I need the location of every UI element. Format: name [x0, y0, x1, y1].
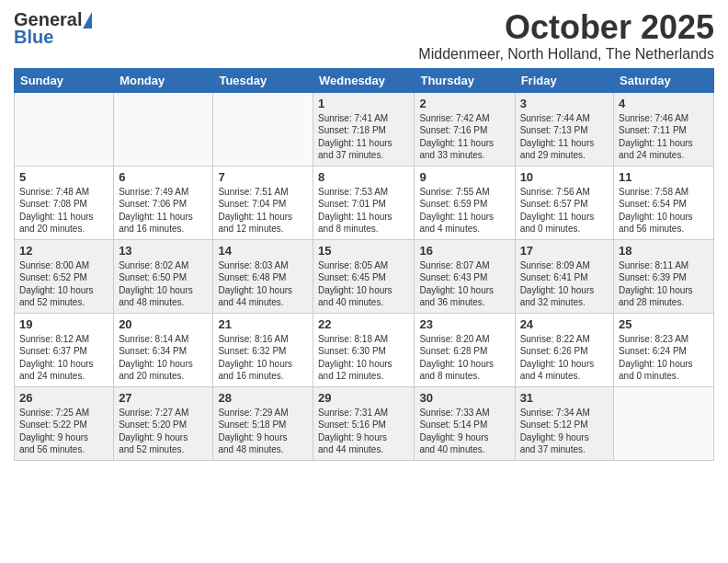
day-number: 7 [218, 170, 308, 184]
logo-triangle-icon [83, 12, 92, 29]
cell-text: Daylight: 10 hours [318, 358, 409, 371]
table-row [15, 92, 114, 166]
cell-text: Sunset: 7:11 PM [619, 124, 709, 137]
cell-text: and 0 minutes. [520, 223, 609, 236]
day-number: 13 [119, 244, 208, 258]
day-number: 9 [419, 170, 509, 184]
cell-text: Daylight: 11 hours [318, 211, 409, 224]
table-row: 17Sunrise: 8:09 AMSunset: 6:41 PMDayligh… [515, 239, 613, 313]
cell-text: Sunrise: 8:16 AM [218, 333, 308, 346]
cell-text: and 40 minutes. [419, 443, 509, 456]
day-number: 18 [619, 244, 709, 258]
page-container: General Blue October 2025 Middenmeer, No… [0, 0, 728, 470]
cell-text: Sunset: 6:54 PM [619, 198, 709, 211]
cell-text: Sunset: 7:16 PM [419, 124, 509, 137]
cell-text: Sunrise: 7:53 AM [318, 186, 409, 199]
header-monday: Monday [114, 68, 213, 92]
cell-text: Sunset: 6:45 PM [318, 271, 409, 284]
day-number: 26 [19, 391, 108, 405]
cell-text: Sunrise: 7:34 AM [520, 407, 609, 419]
cell-text: Daylight: 9 hours [419, 431, 509, 444]
cell-text: and 48 minutes. [218, 443, 308, 456]
table-row: 10Sunrise: 7:56 AMSunset: 6:57 PMDayligh… [515, 166, 613, 239]
day-number: 22 [318, 317, 409, 331]
table-row: 6Sunrise: 7:49 AMSunset: 7:06 PMDaylight… [114, 166, 213, 239]
cell-text: Sunset: 5:20 PM [119, 419, 208, 431]
table-row: 19Sunrise: 8:12 AMSunset: 6:37 PMDayligh… [15, 313, 114, 386]
cell-text: Sunrise: 7:51 AM [218, 186, 308, 199]
cell-text: Sunrise: 8:22 AM [520, 333, 609, 346]
cell-text: Daylight: 10 hours [218, 358, 308, 371]
cell-text: Sunrise: 8:09 AM [520, 259, 609, 272]
table-row: 2Sunrise: 7:42 AMSunset: 7:16 PMDaylight… [415, 92, 515, 166]
day-number: 27 [119, 391, 208, 405]
table-row: 8Sunrise: 7:53 AMSunset: 7:01 PMDaylight… [313, 166, 415, 239]
cell-text: Sunset: 6:52 PM [19, 271, 108, 284]
cell-text: and 33 minutes. [419, 149, 509, 162]
day-number: 30 [419, 391, 509, 405]
cell-text: Sunset: 6:41 PM [520, 271, 609, 284]
month-title: October 2025 [418, 9, 714, 46]
cell-text: Daylight: 10 hours [119, 358, 208, 371]
calendar-week-row: 19Sunrise: 8:12 AMSunset: 6:37 PMDayligh… [15, 313, 714, 386]
cell-text: Sunset: 6:30 PM [318, 345, 409, 358]
cell-text: Daylight: 10 hours [218, 284, 308, 297]
day-number: 4 [619, 97, 709, 110]
day-number: 5 [19, 170, 108, 184]
day-number: 21 [218, 317, 308, 331]
cell-text: Sunrise: 7:58 AM [619, 186, 709, 199]
cell-text: Daylight: 11 hours [218, 211, 308, 224]
cell-text: and 16 minutes. [218, 370, 308, 383]
calendar-week-row: 1Sunrise: 7:41 AMSunset: 7:18 PMDaylight… [15, 92, 714, 166]
cell-text: Daylight: 11 hours [419, 211, 509, 224]
cell-text: Sunrise: 7:48 AM [19, 186, 108, 199]
cell-text: and 52 minutes. [19, 296, 108, 309]
calendar-week-row: 5Sunrise: 7:48 AMSunset: 7:08 PMDaylight… [15, 166, 714, 239]
cell-text: Sunrise: 8:05 AM [318, 259, 409, 272]
header-saturday: Saturday [614, 68, 714, 92]
cell-text: and 32 minutes. [520, 296, 609, 309]
cell-text: Sunrise: 7:44 AM [520, 112, 609, 125]
day-number: 25 [619, 317, 709, 331]
table-row: 12Sunrise: 8:00 AMSunset: 6:52 PMDayligh… [15, 239, 114, 313]
cell-text: Daylight: 9 hours [119, 431, 208, 444]
header: General Blue October 2025 Middenmeer, No… [14, 9, 714, 63]
weekday-header-row: Sunday Monday Tuesday Wednesday Thursday… [15, 68, 714, 92]
cell-text: and 44 minutes. [218, 296, 308, 309]
cell-text: Sunrise: 8:23 AM [619, 333, 709, 346]
calendar-table: Sunday Monday Tuesday Wednesday Thursday… [14, 68, 714, 461]
table-row: 20Sunrise: 8:14 AMSunset: 6:34 PMDayligh… [114, 313, 213, 386]
cell-text: Sunset: 5:18 PM [218, 419, 308, 431]
table-row [114, 92, 213, 166]
table-row [213, 92, 313, 166]
day-number: 16 [419, 244, 509, 258]
cell-text: Sunset: 6:24 PM [619, 345, 709, 358]
table-row: 28Sunrise: 7:29 AMSunset: 5:18 PMDayligh… [213, 386, 313, 460]
table-row: 26Sunrise: 7:25 AMSunset: 5:22 PMDayligh… [15, 386, 114, 460]
cell-text: Sunrise: 7:29 AM [218, 407, 308, 419]
cell-text: Sunset: 7:18 PM [318, 124, 409, 137]
cell-text: Sunrise: 8:18 AM [318, 333, 409, 346]
cell-text: and 4 minutes. [520, 370, 609, 383]
cell-text: Sunrise: 7:33 AM [419, 407, 509, 419]
cell-text: Sunset: 5:16 PM [318, 419, 409, 431]
cell-text: Daylight: 10 hours [19, 284, 108, 297]
cell-text: Daylight: 9 hours [19, 431, 108, 444]
cell-text: Sunrise: 7:41 AM [318, 112, 409, 125]
day-number: 12 [19, 244, 108, 258]
cell-text: and 48 minutes. [119, 296, 208, 309]
cell-text: and 40 minutes. [318, 296, 409, 309]
table-row: 22Sunrise: 8:18 AMSunset: 6:30 PMDayligh… [313, 313, 415, 386]
cell-text: Sunset: 7:06 PM [119, 198, 208, 211]
cell-text: Daylight: 11 hours [419, 137, 509, 150]
day-number: 8 [318, 170, 409, 184]
header-thursday: Thursday [415, 68, 515, 92]
calendar-week-row: 26Sunrise: 7:25 AMSunset: 5:22 PMDayligh… [15, 386, 714, 460]
cell-text: and 8 minutes. [318, 223, 409, 236]
cell-text: and 56 minutes. [19, 443, 108, 456]
cell-text: and 24 minutes. [619, 149, 709, 162]
cell-text: and 37 minutes. [520, 443, 609, 456]
day-number: 23 [419, 317, 509, 331]
table-row: 30Sunrise: 7:33 AMSunset: 5:14 PMDayligh… [415, 386, 515, 460]
table-row: 23Sunrise: 8:20 AMSunset: 6:28 PMDayligh… [415, 313, 515, 386]
